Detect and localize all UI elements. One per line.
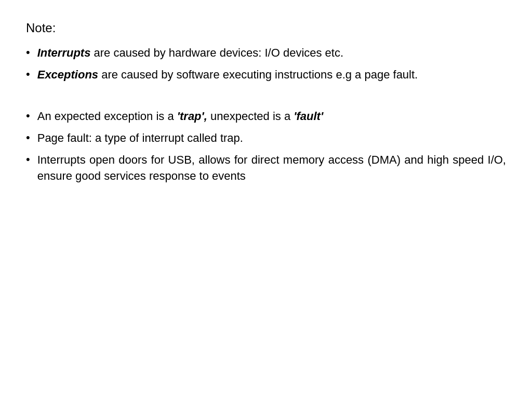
spacer bbox=[26, 88, 506, 103]
list-item-interrupts: • Interrupts are caused by hardware devi… bbox=[26, 45, 506, 61]
trap-text-middle: unexpected is a bbox=[207, 110, 294, 123]
exceptions-content: Exceptions are caused by software execut… bbox=[37, 66, 506, 83]
trap-term: 'trap', bbox=[177, 110, 207, 123]
bullet-dot-1: • bbox=[26, 46, 30, 59]
bullet-list-group2: • An expected exception is a 'trap', une… bbox=[26, 108, 506, 190]
fault-term: 'fault' bbox=[294, 110, 323, 123]
trap-fault-content: An expected exception is a 'trap', unexp… bbox=[37, 108, 506, 125]
bullet-dot-4: • bbox=[26, 131, 30, 144]
exceptions-term: Exceptions bbox=[37, 68, 98, 81]
list-item-trap-fault: • An expected exception is a 'trap', une… bbox=[26, 108, 506, 125]
note-label: Note: bbox=[26, 21, 506, 35]
page-fault-content: Page fault: a type of interrupt called t… bbox=[37, 130, 506, 147]
trap-text-before: An expected exception is a bbox=[37, 110, 177, 123]
interrupts-term: Interrupts bbox=[37, 46, 91, 59]
bullet-dot-3: • bbox=[26, 109, 30, 123]
slide-container: Note: • Interrupts are caused by hardwar… bbox=[0, 0, 532, 399]
interrupts-rest: are caused by hardware devices: I/O devi… bbox=[90, 46, 343, 59]
interrupts-content: Interrupts are caused by hardware device… bbox=[37, 45, 506, 61]
exceptions-rest: are caused by software executing instruc… bbox=[98, 68, 418, 81]
interrupts-doors-content: Interrupts open doors for USB, allows fo… bbox=[37, 152, 506, 185]
list-item-interrupts-doors: • Interrupts open doors for USB, allows … bbox=[26, 152, 506, 185]
bullet-dot-2: • bbox=[26, 68, 30, 81]
list-item-page-fault: • Page fault: a type of interrupt called… bbox=[26, 130, 506, 147]
bullet-list-group1: • Interrupts are caused by hardware devi… bbox=[26, 45, 506, 88]
list-item-exceptions: • Exceptions are caused by software exec… bbox=[26, 66, 506, 83]
bullet-dot-5: • bbox=[26, 153, 30, 166]
